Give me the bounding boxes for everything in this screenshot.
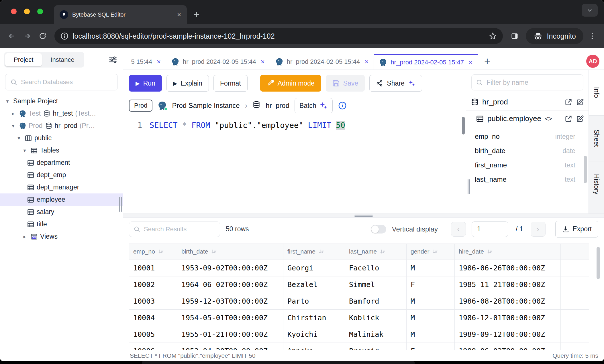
bookmark-star-icon[interactable] (489, 32, 497, 40)
close-tab-icon[interactable]: × (364, 58, 368, 66)
page-input[interactable] (472, 221, 508, 237)
database-search-input[interactable] (21, 78, 113, 86)
new-sheet-button[interactable]: + (478, 55, 496, 70)
open-external-icon[interactable] (564, 115, 572, 123)
minimize-window-button[interactable] (24, 9, 30, 14)
back-button[interactable] (5, 29, 18, 43)
results-scrollbar[interactable] (597, 247, 600, 279)
caret-down-icon[interactable]: ▾ (15, 135, 22, 141)
caret-right-icon[interactable]: ▸ (10, 110, 17, 117)
schema-filter-input[interactable] (487, 79, 579, 86)
table-cell[interactable]: 1953-09-02T00:00:00Z (177, 260, 283, 276)
schema-scrollbar[interactable] (584, 156, 587, 183)
vertical-display-toggle[interactable] (371, 225, 386, 234)
table-cell[interactable]: 1964-06-02T00:00:00Z (177, 276, 283, 293)
site-info-icon[interactable] (60, 32, 69, 40)
browser-tab[interactable]: Bytebase SQL Editor × (54, 5, 187, 24)
close-tab-icon[interactable]: × (157, 58, 161, 66)
table-cell[interactable]: 10002 (129, 276, 177, 293)
sort-icon[interactable] (432, 248, 438, 255)
schema-table-row[interactable]: public.employee <> (466, 110, 589, 127)
tree-item-title[interactable]: title (0, 218, 123, 230)
batch-button[interactable]: Batch (295, 98, 333, 113)
close-tab-icon[interactable]: × (261, 58, 265, 66)
tab-search-button[interactable] (582, 4, 598, 17)
table-cell[interactable]: 10005 (129, 326, 177, 343)
sort-icon[interactable] (318, 248, 325, 255)
tree-item-views[interactable]: ▸Views (0, 230, 123, 243)
table-cell[interactable]: 10001 (129, 260, 177, 276)
table-cell[interactable]: 1986-12-01T00:00:00Z (455, 309, 561, 326)
reload-button[interactable] (36, 29, 49, 43)
schema-column-row[interactable]: first_nametext (466, 158, 589, 172)
editor-tab[interactable]: 5 15:44× (123, 54, 166, 70)
browser-menu-icon[interactable] (586, 29, 599, 43)
table-cell[interactable]: Simmel (345, 276, 407, 293)
table-cell[interactable]: 1955-01-21T00:00:00Z (177, 326, 283, 343)
table-cell[interactable]: Chirstian (283, 309, 345, 326)
browser-tab-close-icon[interactable]: × (177, 11, 181, 18)
table-cell[interactable]: Kyoichi (283, 326, 345, 343)
table-cell[interactable]: 10004 (129, 309, 177, 326)
table-cell[interactable]: M (407, 309, 455, 326)
export-button[interactable]: Export (555, 221, 598, 238)
tree-item-dept-manager[interactable]: dept_manager (0, 181, 123, 193)
table-cell[interactable]: 1986-08-28T00:00:00Z (455, 293, 561, 309)
editor-tab[interactable]: hr_prod 2024-02-05 15:44× (166, 54, 270, 70)
forward-button[interactable] (21, 29, 34, 43)
tab-instance[interactable]: Instance (42, 53, 83, 66)
table-cell[interactable]: 1953-04-20T00:00:00Z (177, 343, 283, 350)
column-header-hire_date[interactable]: hire_date (455, 244, 561, 260)
table-cell[interactable]: 1959-12-03T00:00:00Z (177, 293, 283, 309)
column-header-last_name[interactable]: last_name (345, 244, 407, 260)
database-search[interactable] (5, 74, 118, 90)
sort-icon[interactable] (487, 248, 493, 255)
rail-tab-history[interactable]: History (589, 161, 604, 207)
maximize-window-button[interactable] (37, 9, 43, 14)
table-cell[interactable]: F (407, 343, 455, 350)
table-cell[interactable]: Preusig (345, 343, 407, 350)
editor-tab[interactable]: hr_prod 2024-02-05 15:47× (374, 54, 478, 70)
column-header-first_name[interactable]: first_name (283, 244, 345, 260)
column-header-birth_date[interactable]: birth_date (177, 244, 283, 260)
edit-icon[interactable] (576, 98, 584, 106)
open-external-icon[interactable] (564, 98, 572, 106)
admin-mode-button[interactable]: Admin mode (260, 75, 321, 92)
next-page-button[interactable]: › (531, 222, 546, 237)
rail-tab-sheet[interactable]: Sheet (589, 116, 604, 161)
save-button[interactable]: Save (326, 75, 365, 92)
tree-item-department[interactable]: department (0, 157, 123, 169)
schema-database-row[interactable]: hr_prod (466, 94, 589, 110)
caret-down-icon[interactable]: ▾ (4, 98, 11, 104)
filter-settings-icon[interactable] (108, 55, 118, 65)
new-browser-tab-button[interactable]: + (194, 9, 199, 20)
tree-item-public[interactable]: ▾public (0, 132, 123, 144)
user-avatar[interactable]: AD (586, 55, 599, 68)
tree-item-dept-emp[interactable]: dept_emp (0, 169, 123, 181)
column-header-gender[interactable]: gender (407, 244, 455, 260)
editor-tab[interactable]: hr_prod 2024-02-05 15:44× (270, 54, 374, 70)
database-name[interactable]: hr_prod (266, 102, 289, 110)
table-cell[interactable]: Maliniak (345, 326, 407, 343)
sort-icon[interactable] (211, 248, 217, 255)
table-cell[interactable]: Bamford (345, 293, 407, 309)
code-icon[interactable]: <> (545, 115, 552, 123)
panel-resize-handle[interactable] (468, 179, 470, 194)
tree-item-employee[interactable]: employee (0, 193, 123, 206)
caret-right-icon[interactable]: ▸ (21, 234, 28, 240)
side-panel-icon[interactable] (508, 29, 521, 43)
tree-item-salary[interactable]: salary (0, 206, 123, 218)
table-cell[interactable]: 1986-06-26T00:00:00Z (455, 260, 561, 276)
table-cell[interactable]: M (407, 260, 455, 276)
format-button[interactable]: Format (213, 75, 248, 92)
schema-column-row[interactable]: birth_datedate (466, 144, 589, 158)
ai-sparkles-icon[interactable] (408, 80, 415, 87)
tree-item-hr-prod[interactable]: ▾Prodhr_prod(Pr… (0, 120, 123, 132)
schema-filter[interactable] (471, 74, 583, 90)
results-splitter[interactable] (123, 213, 604, 218)
table-cell[interactable]: Parto (283, 293, 345, 309)
column-header-emp_no[interactable]: emp_no (129, 244, 177, 260)
results-search-input[interactable] (144, 225, 216, 233)
tree-item-tables[interactable]: ▾Tables (0, 144, 123, 157)
schema-column-row[interactable]: last_nametext (466, 172, 589, 187)
